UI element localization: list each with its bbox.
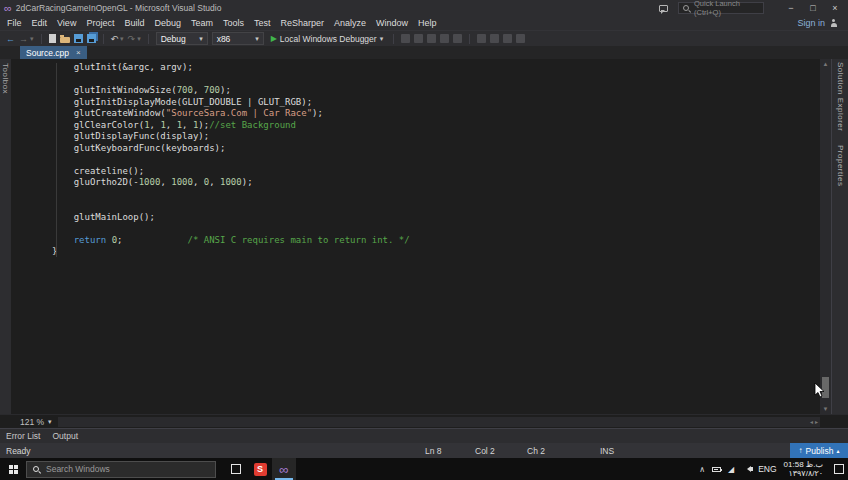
- redo-icon[interactable]: ↷: [128, 32, 136, 46]
- menu-item-analyze[interactable]: Analyze: [329, 18, 371, 28]
- code-line[interactable]: [52, 223, 820, 235]
- user-icon[interactable]: [829, 19, 838, 28]
- toolbar-icon[interactable]: [477, 34, 486, 43]
- toolbar-icon[interactable]: [427, 34, 436, 43]
- menu-item-window[interactable]: Window: [371, 18, 413, 28]
- navigate-forward-icon[interactable]: →: [19, 32, 28, 46]
- minimize-button[interactable]: −: [782, 3, 800, 13]
- horizontal-scrollbar[interactable]: ◂ ▸: [58, 417, 820, 427]
- tab-source-cpp[interactable]: Source.cpp ×: [20, 46, 87, 59]
- menu-item-tools[interactable]: Tools: [218, 18, 249, 28]
- main-area: Toolbox glutInit(&argc, argv); glutInitW…: [0, 59, 848, 414]
- configuration-dropdown[interactable]: Debug ▾: [156, 32, 208, 45]
- maximize-button[interactable]: □: [804, 3, 822, 13]
- vertical-scrollbar[interactable]: ▲ ▼: [820, 59, 831, 414]
- save-icon[interactable]: [74, 34, 83, 43]
- new-file-icon[interactable]: [49, 34, 56, 43]
- code-line[interactable]: glutInitWindowSize(700, 700);: [52, 85, 820, 97]
- code-line[interactable]: [52, 189, 820, 201]
- close-button[interactable]: ×: [826, 3, 844, 13]
- zoom-selector[interactable]: 121 % ▾: [0, 417, 58, 427]
- action-center-icon[interactable]: [834, 464, 844, 474]
- toolbar-icon[interactable]: [503, 34, 512, 43]
- code-line[interactable]: glutKeyboardFunc(keyboards);: [52, 143, 820, 155]
- scrollbar-track[interactable]: [820, 69, 831, 404]
- tray-expand-icon[interactable]: ∧: [699, 465, 705, 474]
- task-view-icon: [231, 464, 241, 474]
- start-button[interactable]: [0, 458, 26, 480]
- scroll-left-icon[interactable]: ◂: [810, 417, 813, 427]
- output-tab[interactable]: Output: [52, 431, 78, 441]
- toolbar-icon[interactable]: [401, 34, 410, 43]
- toolbar-icon[interactable]: [414, 34, 423, 43]
- code-area[interactable]: glutInit(&argc, argv); glutInitWindowSiz…: [11, 59, 820, 258]
- mouse-cursor: [814, 383, 826, 399]
- code-line[interactable]: [52, 154, 820, 166]
- navigation-dropdown-icon[interactable]: ▾: [30, 32, 34, 46]
- menu-item-view[interactable]: View: [52, 18, 81, 28]
- code-line[interactable]: glutCreateWindow("SourceSara.Com | Car R…: [52, 108, 820, 120]
- open-file-icon[interactable]: [60, 37, 70, 43]
- toolbar-icon[interactable]: [440, 34, 449, 43]
- menu-item-edit[interactable]: Edit: [27, 18, 53, 28]
- toolbox-tab[interactable]: Toolbox: [1, 63, 10, 94]
- toolbar-icon[interactable]: [516, 34, 525, 43]
- menu-item-help[interactable]: Help: [413, 18, 442, 28]
- clock-time: 01:58 ب.ظ: [784, 460, 823, 469]
- scroll-down-icon[interactable]: ▼: [823, 404, 829, 414]
- code-line[interactable]: glutInitDisplayMode(GLUT_DOUBLE | GLUT_R…: [52, 97, 820, 109]
- menu-item-debug[interactable]: Debug: [149, 18, 186, 28]
- title-bar: ∞ 2dCarRacingGameInOpenGL - Microsoft Vi…: [0, 0, 848, 16]
- menu-item-build[interactable]: Build: [119, 18, 149, 28]
- quick-launch-input[interactable]: Quick Launch (Ctrl+Q): [678, 2, 764, 14]
- tab-close-icon[interactable]: ×: [76, 48, 81, 57]
- undo-dropdown-icon[interactable]: ▾: [120, 32, 124, 46]
- volume-icon[interactable]: [744, 466, 751, 472]
- language-indicator[interactable]: ENG: [758, 464, 776, 474]
- menu-item-resharper[interactable]: ReSharper: [276, 18, 330, 28]
- code-line[interactable]: glutMainLoop();: [52, 212, 820, 224]
- bottom-panel-tabs: Error List Output: [0, 428, 848, 443]
- code-editor[interactable]: glutInit(&argc, argv); glutInitWindowSiz…: [11, 59, 820, 414]
- undo-icon[interactable]: ↶: [111, 32, 119, 46]
- code-line[interactable]: glutInit(&argc, argv);: [52, 62, 820, 74]
- tab-label: Source.cpp: [26, 48, 69, 58]
- code-line[interactable]: [52, 200, 820, 212]
- menu-item-team[interactable]: Team: [186, 18, 218, 28]
- feedback-icon[interactable]: [659, 5, 668, 12]
- chevron-down-icon: ▾: [48, 418, 52, 426]
- taskbar-search-input[interactable]: Search Windows: [26, 461, 216, 478]
- scroll-up-icon[interactable]: ▲: [823, 59, 829, 69]
- navigate-back-icon[interactable]: ←: [6, 32, 15, 46]
- publish-button[interactable]: ↑ Publish ▴: [790, 443, 848, 458]
- toolbar-icon[interactable]: [453, 34, 462, 43]
- platform-dropdown[interactable]: x86 ▾: [212, 32, 264, 45]
- task-view-button[interactable]: [224, 458, 248, 480]
- code-line[interactable]: glClearColor(1, 1, 1, 1);//set Backgroun…: [52, 120, 820, 132]
- code-line[interactable]: gluOrtho2D(-1000, 1000, 0, 1000);: [52, 177, 820, 189]
- code-line[interactable]: createline();: [52, 166, 820, 178]
- menu-item-test[interactable]: Test: [249, 18, 276, 28]
- solution-explorer-tab[interactable]: Solution Explorer: [836, 62, 845, 131]
- network-icon[interactable]: ◢: [728, 465, 734, 474]
- code-line[interactable]: glutDisplayFunc(display);: [52, 131, 820, 143]
- code-line[interactable]: [52, 74, 820, 86]
- menu-item-project[interactable]: Project: [81, 18, 119, 28]
- taskbar-clock[interactable]: 01:58 ب.ظ ۱۳۹۷/۸/۲۰: [784, 460, 823, 478]
- taskbar-app-sourcesara[interactable]: S: [248, 458, 272, 480]
- toolbar-icon[interactable]: [490, 34, 499, 43]
- chevron-down-icon: ▾: [199, 35, 203, 43]
- redo-dropdown-icon[interactable]: ▾: [137, 32, 141, 46]
- properties-tab[interactable]: Properties: [836, 145, 845, 186]
- taskbar-app-visual-studio[interactable]: ∞: [272, 458, 296, 480]
- start-debugging-button[interactable]: ▶ Local Windows Debugger ▾: [268, 34, 387, 44]
- error-list-tab[interactable]: Error List: [6, 431, 40, 441]
- save-all-icon[interactable]: [87, 34, 96, 43]
- code-line[interactable]: return 0; /* ANSI C requires main to ret…: [52, 235, 820, 247]
- menu-item-file[interactable]: File: [2, 18, 27, 28]
- battery-icon[interactable]: [712, 467, 721, 472]
- code-line[interactable]: }: [52, 246, 820, 258]
- scroll-right-icon[interactable]: ▸: [815, 417, 818, 427]
- search-icon: [682, 4, 691, 13]
- sign-in-link[interactable]: Sign in: [797, 18, 825, 28]
